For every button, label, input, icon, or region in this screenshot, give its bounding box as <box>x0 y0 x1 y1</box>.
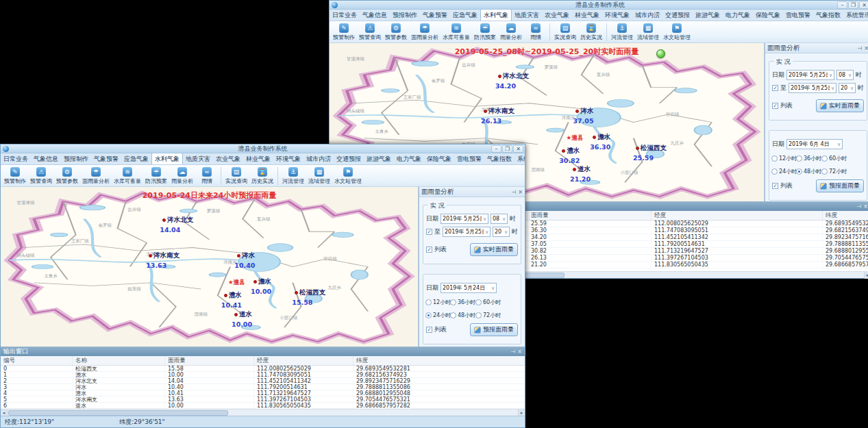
scroll-right-arrow-icon[interactable]: ▸ <box>518 410 525 416</box>
toolbar-button[interactable]: ⚓河流管理 <box>609 23 635 42</box>
table-row[interactable]: 3涔水10.40111.7920051463129.7888811355086 <box>1 384 525 390</box>
toolbar-button[interactable]: ⚠预警查询 <box>357 23 383 42</box>
duration-radio[interactable]: 36小时 <box>450 299 475 306</box>
menu-tab[interactable]: 系统管理 <box>514 153 525 164</box>
toolbar-button[interactable]: ≋水库可蓄量 <box>441 23 472 42</box>
output-close-icon[interactable]: × <box>517 349 522 355</box>
menu-tab[interactable]: 保险气象 <box>424 153 454 164</box>
toolbar-button[interactable]: ≈雨情 <box>195 166 219 186</box>
from-hour-select[interactable]: 08∨ <box>491 214 508 224</box>
toolbar-button[interactable]: ☁雨量分析 <box>498 23 524 42</box>
realtime-rainfall-button[interactable]: 实时面雨量 <box>470 243 518 256</box>
column-header[interactable]: 名称 <box>73 356 165 365</box>
menu-tab[interactable]: 城市内涝 <box>303 153 334 164</box>
toolbar-button[interactable]: ▤实况查询 <box>223 166 249 186</box>
menu-tab[interactable]: 日常业务 <box>330 10 360 21</box>
to-checkbox[interactable]: ✓ <box>772 85 778 91</box>
toolbar-button[interactable]: ☔防汛预案 <box>472 23 498 42</box>
menu-tab[interactable]: 应急气象 <box>121 153 151 164</box>
table-row[interactable]: 4澧水10.41111.71321964752729.6888012955048 <box>1 390 525 396</box>
toolbar-button[interactable]: ✎预警制作 <box>2 166 28 186</box>
map-canvas[interactable]: 2019-05-24日未来24小时预报面雨量 ★澧县 甘溪滩镇盐井镇梦溪镇复兴镇… <box>1 187 419 347</box>
from-date-select[interactable]: 2019年 5月25日∨ <box>786 70 834 80</box>
menu-tab[interactable]: 旅游气象 <box>364 153 394 164</box>
menu-tab[interactable]: 旅游气象 <box>693 10 723 21</box>
to-hour-select[interactable]: 20∨ <box>493 227 510 237</box>
table-row[interactable]: 5涔水南支13.63111.39726710450329.70544765753… <box>1 396 525 403</box>
map-locate-button[interactable] <box>656 49 665 58</box>
window-titlebar[interactable]: 澧县业务制作系统 – ❐ ✕ <box>330 1 868 10</box>
toolbar-button[interactable]: ⌛历史实况 <box>249 166 275 186</box>
menu-tab[interactable]: 应急气象 <box>450 10 480 21</box>
duration-radio[interactable]: 60小时 <box>475 299 519 306</box>
toolbar-button[interactable]: ⚑水文站管理 <box>661 23 693 42</box>
close-button[interactable]: ✕ <box>859 1 868 9</box>
toolbar-button[interactable]: ⚠预警查询 <box>28 166 54 186</box>
menu-tab[interactable]: 保险气象 <box>753 10 783 21</box>
duration-radio[interactable]: 72小时 <box>821 168 865 175</box>
table-row[interactable]: 1澹水10.00111.74708309505129.682156374923 <box>1 372 525 378</box>
menu-tab[interactable]: 林业气象 <box>572 10 602 21</box>
menu-tab[interactable]: 农业气象 <box>542 10 572 21</box>
menu-tab[interactable]: 日常业务 <box>1 153 31 164</box>
column-header[interactable]: 面雨量 <box>528 211 652 220</box>
forecast-rainfall-button[interactable]: 预报面雨量 <box>470 323 518 336</box>
forecast-date-select[interactable]: 2019年 6月 4日∨ <box>786 139 843 149</box>
pin-icon[interactable]: ⊤ <box>510 349 516 354</box>
column-header[interactable]: 经度 <box>652 211 823 220</box>
column-header[interactable]: 经度 <box>254 356 354 365</box>
table-row[interactable]: 2涔水北支14.04111.45210541134229.89234757162… <box>1 378 525 384</box>
pin-icon[interactable]: ⊤ <box>856 46 863 51</box>
scroll-right-arrow-icon[interactable]: ▸ <box>864 272 868 279</box>
horizontal-scrollbar[interactable]: ◂ ▸ <box>1 409 525 416</box>
toolbar-button[interactable]: ▦流域管理 <box>306 166 332 186</box>
menu-tab[interactable]: 气象信息 <box>31 153 61 164</box>
column-header[interactable]: 面雨量 <box>165 356 254 365</box>
list-checkbox[interactable]: ✓ <box>426 327 432 333</box>
menu-tab[interactable]: 电力气象 <box>723 10 753 21</box>
menu-tab[interactable]: 电力气象 <box>394 153 424 164</box>
menu-tab[interactable]: 交通预报 <box>334 153 364 164</box>
duration-radio[interactable]: 24小时 <box>425 312 450 319</box>
toolbar-button[interactable]: ▤实况查询 <box>552 23 578 42</box>
forecast-date-select[interactable]: 2019年 5月24日∨ <box>441 283 497 293</box>
toolbar-button[interactable]: ☔防汛预案 <box>143 166 169 186</box>
to-hour-select[interactable]: 20∨ <box>839 83 856 93</box>
menu-tab[interactable]: 雷电预警 <box>454 153 484 164</box>
scrollbar-thumb[interactable] <box>8 410 228 416</box>
duration-radio[interactable]: 36小时 <box>796 155 821 162</box>
menu-tab[interactable]: 城市内涝 <box>632 10 662 21</box>
from-hour-select[interactable]: 08∨ <box>836 70 854 80</box>
toolbar-button[interactable]: ▦流域管理 <box>635 23 661 42</box>
list-checkbox[interactable]: ✓ <box>772 183 778 189</box>
to-checkbox[interactable]: ✓ <box>426 229 432 235</box>
list-checkbox[interactable]: ✓ <box>772 103 778 109</box>
duration-radio[interactable]: 12小时 <box>771 155 796 162</box>
menu-tab[interactable]: 气象指数 <box>813 10 843 21</box>
menu-tab[interactable]: 水利气象 <box>151 153 183 164</box>
menu-tab[interactable]: 地质灾害 <box>183 153 213 164</box>
menu-tab[interactable]: 气象指数 <box>484 153 514 164</box>
menu-tab[interactable]: 环境气象 <box>602 10 632 21</box>
menu-tab[interactable]: 系统管理 <box>843 10 868 21</box>
close-button[interactable]: ✕ <box>513 145 523 153</box>
menu-tab[interactable]: 雷电预警 <box>783 10 813 21</box>
menu-tab[interactable]: 气象信息 <box>360 10 390 21</box>
toolbar-button[interactable]: ✎预警制作 <box>331 23 357 42</box>
list-checkbox[interactable]: ✓ <box>426 247 432 253</box>
duration-radio[interactable]: 12小时 <box>425 299 450 306</box>
output-close-icon[interactable]: × <box>863 203 868 210</box>
toolbar-button[interactable]: ☂面雨量分析 <box>80 166 112 186</box>
menu-tab[interactable]: 地质灾害 <box>512 10 542 21</box>
toolbar-button[interactable]: ⚙预警参数 <box>383 23 409 42</box>
duration-radio[interactable]: 48小时 <box>450 312 475 319</box>
menu-tab[interactable]: 水利气象 <box>480 10 512 21</box>
table-row[interactable]: 6道水10.00111.83056505043529.6866857957282 <box>1 403 525 409</box>
menu-tab[interactable]: 农业气象 <box>213 153 243 164</box>
realtime-rainfall-button[interactable]: 实时面雨量 <box>816 99 864 112</box>
toolbar-button[interactable]: ≈雨情 <box>524 23 547 42</box>
from-date-select[interactable]: 2019年 5月25日∨ <box>441 214 488 224</box>
toolbar-button[interactable]: ⚓河流管理 <box>280 166 306 186</box>
menu-tab[interactable]: 林业气象 <box>243 153 273 164</box>
duration-radio[interactable]: 60小时 <box>821 155 865 162</box>
